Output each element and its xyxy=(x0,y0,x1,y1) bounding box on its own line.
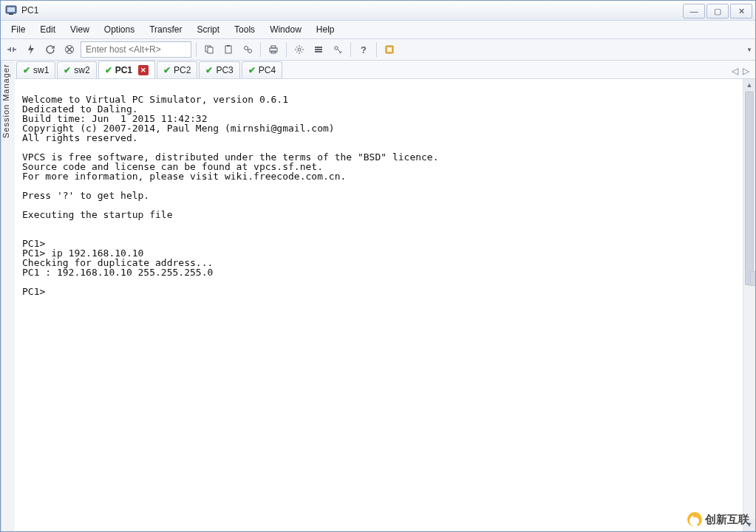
scroll-track[interactable] xyxy=(743,92,755,519)
svg-point-8 xyxy=(245,47,248,50)
menu-transfer[interactable]: Transfer xyxy=(142,22,189,37)
svg-rect-7 xyxy=(227,45,230,47)
disconnect-icon[interactable] xyxy=(61,41,78,58)
close-button[interactable]: ✕ xyxy=(730,4,752,18)
tab-label: sw1 xyxy=(33,65,49,75)
tab-close-icon[interactable]: ✕ xyxy=(138,65,149,75)
session-manager-sidebar[interactable]: Session Manager xyxy=(1,61,15,531)
check-icon: ✔ xyxy=(64,65,71,75)
menu-tools[interactable]: Tools xyxy=(227,22,262,37)
connect-icon[interactable] xyxy=(4,41,20,58)
window-controls: ― ▢ ✕ xyxy=(683,4,752,17)
tabbar: ✔ sw1 ✔ sw2 ✔ PC1 ✕ ✔ PC2 ✔ xyxy=(15,61,755,79)
key-icon[interactable] xyxy=(330,41,346,58)
scroll-thumb[interactable] xyxy=(745,92,754,285)
menu-edit[interactable]: Edit xyxy=(33,22,63,37)
extra-tool-icon[interactable] xyxy=(381,41,398,58)
menu-view[interactable]: View xyxy=(63,22,97,37)
tab-pc3[interactable]: ✔ PC3 xyxy=(199,61,239,78)
svg-rect-1 xyxy=(7,7,15,12)
menu-script[interactable]: Script xyxy=(189,22,227,37)
window-title: PC1 xyxy=(21,5,683,16)
tab-sw2[interactable]: ✔ sw2 xyxy=(57,61,96,78)
tab-scroll-right-icon[interactable]: ▷ xyxy=(743,66,749,76)
svg-rect-16 xyxy=(315,51,322,52)
titlebar: PC1 ― ▢ ✕ xyxy=(1,1,755,21)
svg-point-9 xyxy=(248,50,252,53)
toolbar-separator xyxy=(286,42,287,57)
host-input[interactable] xyxy=(81,41,191,58)
menu-file[interactable]: File xyxy=(4,22,33,37)
help-icon[interactable]: ? xyxy=(355,41,372,58)
app-icon xyxy=(5,4,17,16)
quick-connect-icon[interactable] xyxy=(23,41,39,58)
menu-options[interactable]: Options xyxy=(97,22,142,37)
reconnect-icon[interactable] xyxy=(42,41,58,58)
session-options-icon[interactable] xyxy=(310,41,327,58)
svg-rect-20 xyxy=(387,47,392,52)
toolbar-separator xyxy=(376,42,377,57)
app-window: PC1 ― ▢ ✕ File Edit View Options Transfe… xyxy=(0,0,756,532)
settings-icon[interactable] xyxy=(291,41,307,58)
check-icon: ✔ xyxy=(23,65,30,75)
watermark-text: 创新互联 xyxy=(705,513,749,527)
svg-rect-14 xyxy=(315,47,322,48)
find-icon[interactable] xyxy=(239,41,256,58)
terminal-panel: Welcome to Virtual PC Simulator, version… xyxy=(15,79,755,531)
copy-icon[interactable] xyxy=(201,41,217,58)
tab-label: PC1 xyxy=(115,65,132,75)
minimize-button[interactable]: ― xyxy=(683,4,705,18)
vertical-scrollbar[interactable]: ▲ ▼ xyxy=(743,79,755,531)
svg-point-13 xyxy=(298,48,301,51)
check-icon: ✔ xyxy=(105,65,112,75)
toolbar-separator xyxy=(350,42,351,57)
tab-label: PC3 xyxy=(216,65,233,75)
tab-sw1[interactable]: ✔ sw1 xyxy=(16,61,55,78)
maximize-button[interactable]: ▢ xyxy=(706,4,729,18)
sidebar-label: Session Manager xyxy=(1,64,10,138)
tab-pc1[interactable]: ✔ PC1 ✕ xyxy=(98,61,155,78)
watermark-logo-icon xyxy=(687,512,702,527)
svg-rect-15 xyxy=(315,49,322,50)
paste-icon[interactable] xyxy=(220,41,236,58)
svg-rect-2 xyxy=(9,13,13,15)
tab-pc2[interactable]: ✔ PC2 xyxy=(157,61,197,78)
print-icon[interactable] xyxy=(265,41,282,58)
toolbar-separator xyxy=(260,42,261,57)
scroll-grip-icon xyxy=(750,271,755,286)
tab-scroll-left-icon[interactable]: ◁ xyxy=(732,66,738,76)
scroll-up-icon[interactable]: ▲ xyxy=(743,79,755,92)
tab-label: PC2 xyxy=(174,65,191,75)
toolbar-overflow-icon[interactable]: ▼ xyxy=(746,47,752,53)
toolbar-separator xyxy=(196,42,197,57)
svg-rect-6 xyxy=(225,46,231,53)
tab-label: PC4 xyxy=(259,65,276,75)
svg-rect-11 xyxy=(271,46,276,48)
check-icon: ✔ xyxy=(163,65,171,75)
menubar: File Edit View Options Transfer Script T… xyxy=(1,21,755,39)
check-icon: ✔ xyxy=(205,65,213,75)
svg-text:?: ? xyxy=(361,44,367,55)
svg-rect-5 xyxy=(208,47,213,53)
menu-window[interactable]: Window xyxy=(262,22,309,37)
menu-help[interactable]: Help xyxy=(309,22,342,37)
watermark: 创新互联 xyxy=(687,512,749,527)
tab-pc4[interactable]: ✔ PC4 xyxy=(242,61,282,78)
check-icon: ✔ xyxy=(248,65,256,75)
terminal-output[interactable]: Welcome to Virtual PC Simulator, version… xyxy=(15,89,743,522)
tab-label: sw2 xyxy=(74,65,89,75)
toolbar: ? ▼ xyxy=(1,39,755,61)
